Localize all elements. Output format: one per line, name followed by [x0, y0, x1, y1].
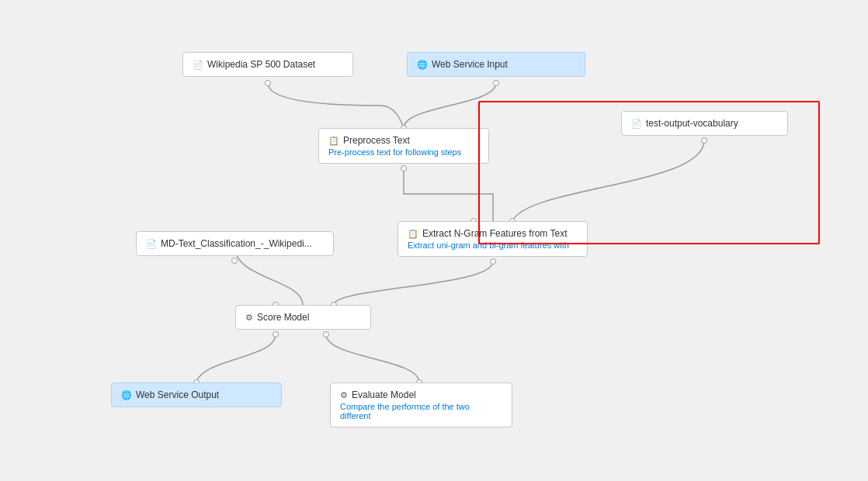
vocab-icon: 📄	[631, 119, 642, 129]
dot-vocab-bottom	[701, 137, 707, 144]
node-web-service-output[interactable]: 🌐 Web Service Output	[111, 382, 282, 407]
node-wikipedia[interactable]: 📄 Wikipedia SP 500 Dataset	[182, 52, 353, 77]
dot-ngram-bottom	[490, 258, 496, 265]
dot-score-bottom1	[273, 331, 279, 337]
evaluate-icon: ⚙	[340, 390, 348, 400]
ngram-subtitle: Extract uni-gram and bi-gram features wi…	[408, 240, 578, 250]
node-evaluate-model[interactable]: ⚙ Evaluate Model Compare the performce o…	[330, 382, 512, 427]
preprocess-icon: 📋	[328, 136, 339, 146]
node-preprocess-text[interactable]: 📋 Preprocess Text Pre-process text for f…	[318, 128, 489, 164]
mdtext-icon: 📄	[146, 239, 157, 249]
ngram-title: Extract N-Gram Features from Text	[422, 228, 568, 239]
dot-wikipedia-bottom	[265, 80, 271, 86]
node-score-model[interactable]: ⚙ Score Model	[235, 305, 371, 330]
evaluate-subtitle: Compare the performce of the two differe…	[340, 402, 502, 420]
webinput-title: Web Service Input	[432, 59, 508, 70]
node-test-output-vocabulary[interactable]: 📄 test-output-vocabulary	[621, 111, 788, 136]
dot-score-bottom2	[323, 331, 329, 337]
preprocess-subtitle: Pre-process text for following steps	[328, 147, 479, 157]
score-title: Score Model	[257, 312, 309, 323]
workflow-canvas[interactable]: 📄 Wikipedia SP 500 Dataset 🌐 Web Service…	[0, 0, 868, 481]
mdtext-title: MD-Text_Classification_-_Wikipedi...	[161, 238, 312, 249]
ngram-icon: 📋	[408, 229, 418, 239]
weboutput-icon: 🌐	[121, 390, 132, 400]
score-icon: ⚙	[245, 313, 253, 323]
wikipedia-icon: 📄	[193, 60, 203, 70]
wikipedia-title: Wikipedia SP 500 Dataset	[207, 59, 315, 70]
dot-mdtext-bottom	[231, 258, 238, 264]
webinput-icon: 🌐	[417, 60, 428, 70]
node-md-text-classification[interactable]: 📄 MD-Text_Classification_-_Wikipedi...	[136, 231, 334, 256]
dot-webinput-bottom	[493, 80, 499, 86]
weboutput-title: Web Service Output	[136, 389, 219, 400]
evaluate-title: Evaluate Model	[352, 389, 416, 400]
dot-preprocess-bottom	[401, 165, 407, 171]
preprocess-title: Preprocess Text	[343, 135, 410, 146]
node-extract-ngram[interactable]: 📋 Extract N-Gram Features from Text Extr…	[398, 221, 588, 257]
vocab-title: test-output-vocabulary	[646, 118, 738, 129]
node-web-service-input[interactable]: 🌐 Web Service Input	[407, 52, 585, 77]
